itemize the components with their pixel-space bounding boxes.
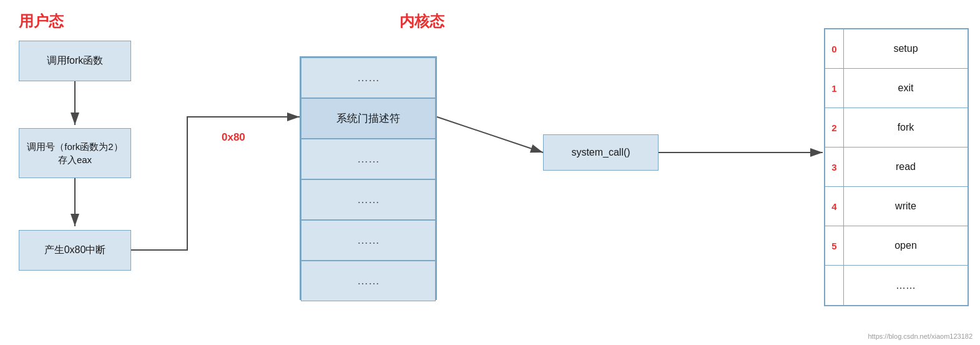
- syscall-row-4: 4 write: [825, 187, 968, 226]
- idt-row-6: ……: [301, 261, 436, 301]
- syscall-name-1: exit: [844, 82, 968, 94]
- syscall-num-1: 1: [825, 69, 844, 108]
- system-call-box: system_call(): [543, 134, 659, 171]
- syscall-num-3: 3: [825, 148, 844, 186]
- user-mode-label: 用户态: [19, 11, 64, 31]
- syscall-row-1: 1 exit: [825, 69, 968, 108]
- idt-table: …… 系统门描述符 …… …… …… ……: [300, 56, 437, 300]
- idt-row-4: ……: [301, 179, 436, 220]
- flow-box-fork-call: 调用fork函数: [19, 41, 131, 81]
- syscall-row-2: 2 fork: [825, 108, 968, 148]
- syscall-row-3: 3 read: [825, 148, 968, 187]
- kernel-mode-label: 内核态: [399, 11, 444, 31]
- syscall-name-3: read: [844, 161, 968, 172]
- syscall-num-5: 5: [825, 226, 844, 265]
- idt-row-system-gate: 系统门描述符: [301, 98, 436, 139]
- syscall-name-0: setup: [844, 43, 968, 54]
- syscall-num-2: 2: [825, 108, 844, 147]
- idt-row-1: ……: [301, 58, 436, 98]
- syscall-num-dots: [825, 266, 844, 305]
- flow-box-eax: 调用号（fork函数为2）存入eax: [19, 128, 131, 178]
- syscall-table: 0 setup 1 exit 2 fork 3 read 4 write 5 o…: [824, 28, 969, 306]
- svg-line-4: [437, 117, 543, 152]
- idt-row-5: ……: [301, 220, 436, 261]
- idt-row-3: ……: [301, 139, 436, 179]
- syscall-name-5: open: [844, 240, 968, 251]
- syscall-name-4: write: [844, 201, 968, 212]
- syscall-row-0: 0 setup: [825, 29, 968, 69]
- watermark: https://blog.csdn.net/xiaom123182: [868, 332, 973, 340]
- syscall-num-0: 0: [825, 29, 844, 68]
- syscall-name-2: fork: [844, 122, 968, 133]
- syscall-name-dots: ……: [844, 280, 968, 291]
- syscall-row-dots: ……: [825, 266, 968, 305]
- syscall-num-4: 4: [825, 187, 844, 226]
- interrupt-label: 0x80: [222, 131, 245, 144]
- flow-box-interrupt: 产生0x80中断: [19, 230, 131, 271]
- syscall-row-5: 5 open: [825, 226, 968, 266]
- diagram-container: 用户态 内核态 调用fork函数 调用号（fork函数为2）存入eax 产生0x…: [0, 0, 980, 345]
